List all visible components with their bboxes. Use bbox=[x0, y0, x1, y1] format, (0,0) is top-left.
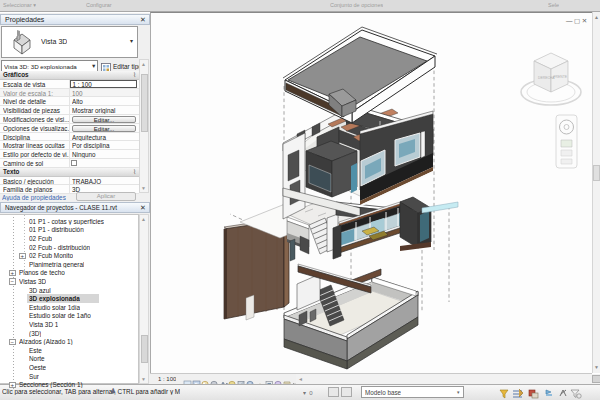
svg-text:FRENTE: FRENTE bbox=[554, 75, 568, 79]
